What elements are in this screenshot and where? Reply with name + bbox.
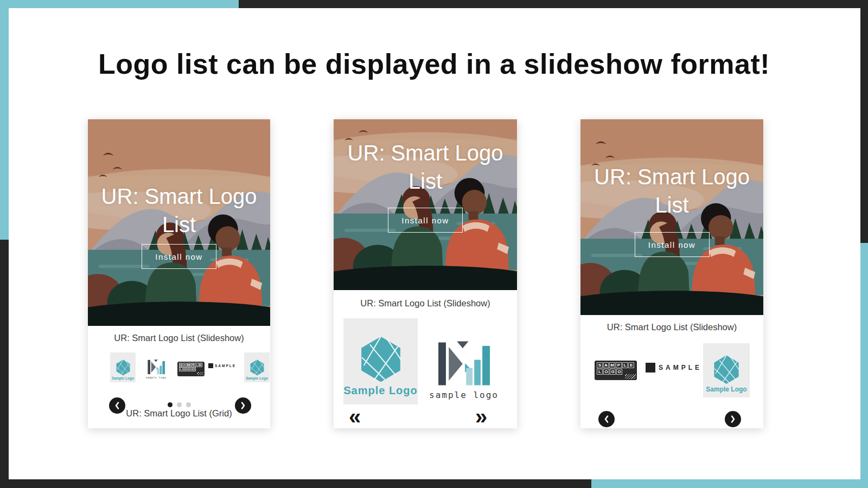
logo-bars-large: sample logo (429, 318, 499, 404)
install-now-button[interactable]: Install now (142, 244, 216, 269)
logo-hexagon: Sample Logo (110, 352, 136, 382)
hexagon-logo-icon (114, 359, 132, 376)
carousel-prev-button[interactable] (598, 411, 615, 427)
logo-carousel-strip: Sample Logo sample logo SAMPLE LOGO SAMP… (88, 352, 270, 385)
logo-hexagon-large: Sample Logo (343, 318, 418, 404)
logo-label: Sample Logo (246, 376, 268, 380)
poster-canvas: Logo list can be displayed in a slidesho… (0, 0, 868, 488)
frame-left-dark (0, 240, 9, 488)
hero-title: UR: Smart Logo List (588, 163, 756, 219)
frame-bottom-dark (0, 479, 591, 488)
page-title: Logo list can be displayed in a slidesho… (0, 48, 868, 80)
chevron-left-icon (604, 415, 609, 423)
logo-label: sample logo (429, 390, 499, 400)
badge-line-1: SAMPLE (179, 363, 203, 367)
bars-logo-icon (146, 358, 166, 376)
slideshow-heading: UR: Smart Logo List (Slideshow) (334, 298, 517, 309)
slideshow-heading: UR: Smart Logo List (Slideshow) (88, 333, 270, 343)
hero-banner: UR: Smart Logo List Install now (88, 119, 270, 326)
logo-label: Sample Logo (343, 384, 418, 397)
carousel-dot-3[interactable] (186, 402, 191, 407)
logo-label: sample logo (145, 376, 167, 379)
hero-banner: UR: Smart Logo List Install now (334, 119, 517, 290)
badge-line-1: SAMPLE (597, 362, 635, 369)
logo-square-sample: SAMPLE (208, 363, 236, 368)
square-icon (208, 363, 213, 368)
slideshow-next-button[interactable]: » (475, 406, 487, 427)
logo-label: Sample Logo (706, 386, 746, 393)
logo-badge: SAMPLE LOGO (595, 361, 637, 380)
phone-card-2: UR: Smart Logo List Install now UR: Smar… (334, 119, 517, 428)
install-now-button[interactable]: Install now (388, 208, 463, 233)
phone-card-1: UR: Smart Logo List Install now UR: Smar… (88, 119, 270, 428)
frame-right-dark (860, 0, 868, 243)
logo-hexagon: Sample Logo (703, 343, 750, 397)
frame-top-teal (0, 0, 239, 8)
carousel-dot-2[interactable] (177, 402, 182, 407)
logo-badge: SAMPLE LOGO (177, 362, 205, 376)
grid-heading: UR: Smart Logo List (Grid) (88, 408, 270, 419)
phone-card-3: UR: Smart Logo List Install now UR: Smar… (580, 119, 763, 428)
logo-label: SAMPLE (659, 364, 702, 371)
badge-stripes (197, 372, 203, 375)
hero-banner: UR: Smart Logo List Install now (580, 119, 763, 315)
hexagon-logo-icon (248, 359, 266, 376)
logo-label: Sample Logo (112, 376, 134, 380)
hexagon-logo-icon (711, 354, 742, 386)
logo-square-sample: SAMPLE (646, 363, 702, 373)
logo-bars: sample logo (143, 352, 169, 382)
frame-right-teal (860, 243, 868, 488)
badge-stripes (625, 374, 636, 379)
frame-top-dark (239, 0, 868, 8)
frame-bottom-teal (591, 479, 868, 488)
frame-left-teal (0, 0, 9, 240)
badge-line-2: LOGO (179, 367, 203, 371)
square-icon (646, 363, 655, 373)
slideshow-heading: UR: Smart Logo List (Slideshow) (580, 322, 763, 332)
hexagon-logo-icon (356, 335, 406, 384)
hero-title: UR: Smart Logo List (95, 182, 263, 239)
logo-hexagon-clipped: Sample Logo (244, 352, 270, 382)
install-now-button[interactable]: Install now (635, 232, 710, 257)
hero-title: UR: Smart Logo List (341, 139, 509, 195)
carousel-next-button[interactable] (725, 411, 741, 427)
bars-logo-icon (434, 338, 494, 390)
chevron-right-icon (730, 415, 736, 423)
carousel-dot-1[interactable] (168, 402, 173, 407)
slideshow-prev-button[interactable]: « (349, 406, 361, 427)
logo-label: SAMPLE (215, 364, 236, 368)
